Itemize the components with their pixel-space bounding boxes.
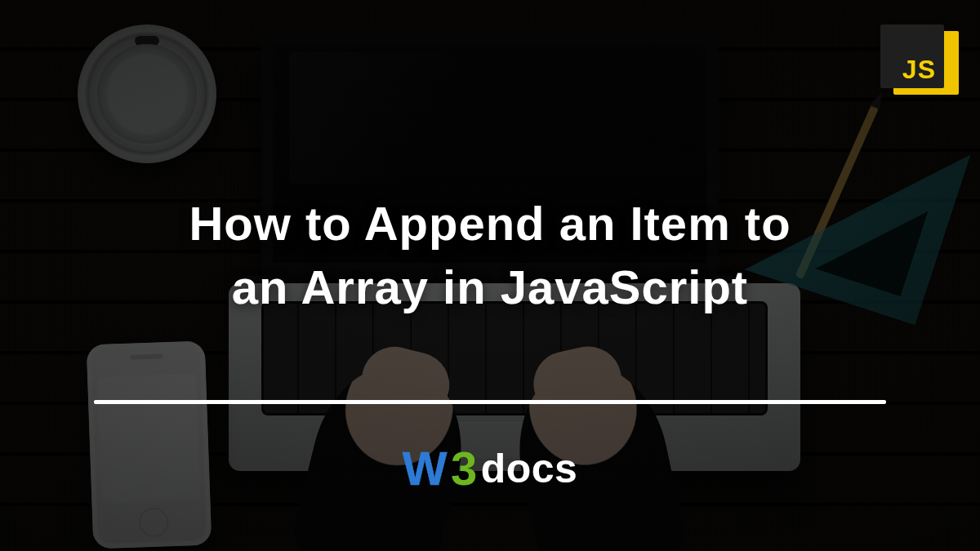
js-logo-label: JS — [902, 55, 936, 85]
title-line-2: an Array in JavaScript — [232, 260, 748, 313]
page-title: How to Append an Item to an Array in Jav… — [0, 192, 980, 320]
brand-3: 3 — [451, 441, 478, 495]
js-logo-icon: JS — [880, 24, 952, 96]
brand-w: W — [403, 441, 448, 495]
brand-docs: docs — [481, 445, 578, 492]
title-line-1: How to Append an Item to — [189, 197, 791, 250]
brand-logo: W 3 docs — [0, 441, 980, 495]
divider — [94, 400, 886, 404]
